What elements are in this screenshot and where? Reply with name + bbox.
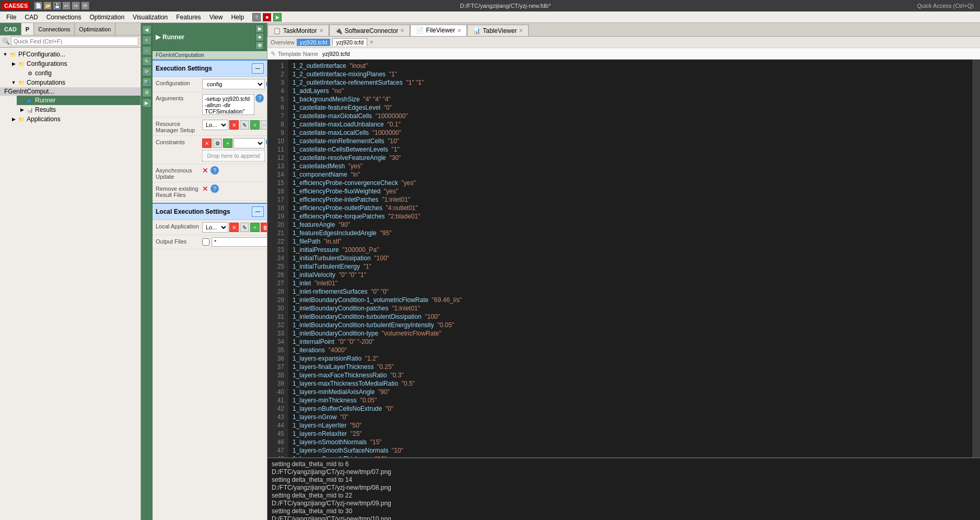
line-number: 39 (272, 379, 284, 388)
code-line: 1_2_outletInterface-mixingPlanes "1" (293, 70, 969, 78)
refresh-icon[interactable]: ⟳ (81, 2, 89, 10)
code-line: 1_layers-nSmoothNormals "15" (293, 438, 969, 446)
arguments-input[interactable]: -setup yzj920.tcfd -allrun -dir TCFSimul… (202, 94, 254, 115)
constraints-settings-btn[interactable]: ⚙ (213, 138, 222, 148)
fileviewer-icon: 📄 (416, 27, 424, 34)
tab-close-tableviewer[interactable]: ✕ (519, 28, 523, 33)
code-scrollbar[interactable] (973, 60, 980, 457)
tool-btn-1[interactable]: ◀ (142, 25, 151, 34)
quick-access[interactable]: Quick Access (Ctrl+Q) (917, 3, 974, 9)
local-app-del-btn[interactable]: 🗑 (261, 223, 267, 232)
local-app-select[interactable]: Lo... (202, 222, 228, 233)
local-app-remove-btn[interactable]: ✕ (229, 223, 239, 232)
tree-item-computations[interactable]: ▼ 📁 Computations (8, 78, 141, 87)
tab-p[interactable]: P (21, 23, 34, 35)
local-app-add-btn[interactable]: + (250, 223, 260, 232)
resource-edit-btn[interactable]: ✎ (240, 120, 249, 130)
undo-icon[interactable]: ↩ (62, 2, 71, 10)
code-line: 1_backgroundMeshSize "4" "4" "4" (293, 95, 969, 103)
constraints-add-btn[interactable]: + (223, 138, 232, 148)
tool-btn-3[interactable]: − (142, 46, 151, 55)
code-line: 1_layers-nGrow "0" (293, 413, 969, 421)
close-active-tab[interactable]: ✕ (369, 39, 374, 45)
menu-connections[interactable]: Connections (42, 13, 86, 22)
overview-tag[interactable]: yzj920.tcfd (297, 39, 331, 46)
tree-item-config[interactable]: ⚙ config (17, 68, 141, 78)
code-line: 1_layers-minThickness "0.05" (293, 396, 969, 405)
tab-softwareconnector[interactable]: 🔌 SoftwareConnector ✕ (329, 25, 411, 36)
line-number: 35 (272, 346, 284, 354)
tab-taskmonitor[interactable]: 📋 TaskMonitor ✕ (267, 25, 329, 36)
tool-btn-6[interactable]: 🔍 (142, 77, 151, 87)
code-line: 1_layers-maxFaceThicknessRatio "0.3" (293, 371, 969, 379)
menu-visualization[interactable]: Visualization (129, 13, 172, 22)
menu-help[interactable]: Help (227, 13, 248, 22)
tab-close-taskmonitor[interactable]: ✕ (319, 28, 323, 33)
menu-file[interactable]: File (2, 13, 20, 22)
tab-tableviewer[interactable]: 📊 TableViewer ✕ (467, 25, 529, 36)
local-app-control: Lo... ✕ ✎ + 🗑 ? (202, 222, 267, 233)
line-number: 45 (272, 430, 284, 438)
tool-btn-8[interactable]: ▶ (142, 98, 151, 108)
menu-optimization[interactable]: Optimization (85, 13, 129, 22)
tool-btn-7[interactable]: ⚙ (142, 88, 151, 97)
local-app-edit-btn[interactable]: ✎ (240, 223, 249, 232)
tree-item-applications[interactable]: ▶ 📁 Applications (8, 114, 141, 124)
tab-connections[interactable]: Connections (34, 23, 75, 35)
header-btn-3[interactable]: ⚙ (255, 41, 264, 50)
code-line: 1_inletBoundaryCondition-patches "1:inle… (293, 304, 969, 313)
tree-item-runner[interactable]: ▶ Runner (17, 96, 141, 105)
run-stop-icon[interactable]: ■ (263, 13, 271, 21)
tool-btn-5[interactable]: ⟳ (142, 67, 151, 76)
search-input[interactable] (11, 37, 138, 46)
constraints-remove-btn[interactable]: ✕ (202, 138, 212, 148)
resource-add-btn[interactable]: + (250, 120, 260, 130)
constraints-help[interactable]: ? (266, 138, 267, 146)
tool-btn-4[interactable]: ✎ (142, 56, 151, 66)
open-icon[interactable]: 📂 (43, 2, 52, 10)
help-icon[interactable]: ? (252, 13, 261, 21)
resource-remove-btn[interactable]: ✕ (229, 120, 239, 130)
resource-more-btn[interactable]: ⋯ (261, 120, 267, 130)
tool-btn-2[interactable]: + (142, 36, 151, 45)
tab-optimization[interactable]: Optimization (75, 23, 115, 35)
header-btn-2[interactable]: ■ (255, 33, 264, 41)
config-help[interactable]: ? (266, 80, 267, 88)
arguments-help[interactable]: ? (255, 94, 264, 102)
tab-close-fileviewer[interactable]: ✕ (457, 28, 461, 33)
tree-item-pfconfiguration[interactable]: ▼ 📁 PFConfiguratio... (0, 50, 141, 59)
config-select[interactable]: config (202, 79, 265, 89)
redo-icon[interactable]: ↪ (72, 2, 80, 10)
local-section-dots[interactable]: ··· (252, 206, 264, 217)
menu-view[interactable]: View (205, 13, 227, 22)
output-files-checkbox[interactable] (202, 238, 209, 246)
run-icon[interactable]: ▶ (273, 13, 282, 21)
tree-item-results[interactable]: ▶ 📊 Results (17, 105, 141, 114)
active-file-tab[interactable]: yzj920.tcfd (332, 38, 367, 46)
resource-select[interactable]: Lo... (202, 120, 228, 130)
section-dots[interactable]: ··· (252, 63, 264, 74)
menu-features[interactable]: Features (172, 13, 205, 22)
menu-cad[interactable]: CAD (20, 13, 42, 22)
new-icon[interactable]: 📄 (34, 2, 42, 10)
tableviewer-icon: 📊 (473, 27, 481, 34)
async-help[interactable]: ? (211, 166, 219, 175)
tab-close-software[interactable]: ✕ (400, 28, 404, 33)
tab-fileviewer[interactable]: 📄 FileViewer ✕ (410, 25, 467, 36)
tab-cad-top[interactable]: CAD (0, 23, 21, 35)
line-number: 43 (272, 413, 284, 421)
output-files-input[interactable] (212, 237, 267, 247)
remove-files-help[interactable]: ? (211, 184, 219, 193)
save-icon[interactable]: 💾 (53, 2, 61, 10)
code-content[interactable]: 1_2_outletInterface "inout"1_2_outletInt… (288, 60, 973, 457)
code-line: 1_layers-minMedialAxisAngle "90" (293, 388, 969, 396)
tree-item-configurations[interactable]: ▶ 📁 Configurations (8, 59, 141, 68)
constraints-select[interactable] (234, 138, 265, 148)
config-row: Configuration config ? (153, 77, 267, 92)
middle-header: ▶ Runner ▶ ■ ⚙ (153, 23, 267, 51)
run-green-btn[interactable]: ▶ (255, 25, 264, 33)
code-line: 1_addLayers "no" (293, 87, 969, 95)
async-row: Asynchronous Update ✕ ? (153, 164, 267, 182)
line-number: 1 (272, 62, 284, 70)
output-files-row: Output Files ? (153, 235, 267, 249)
